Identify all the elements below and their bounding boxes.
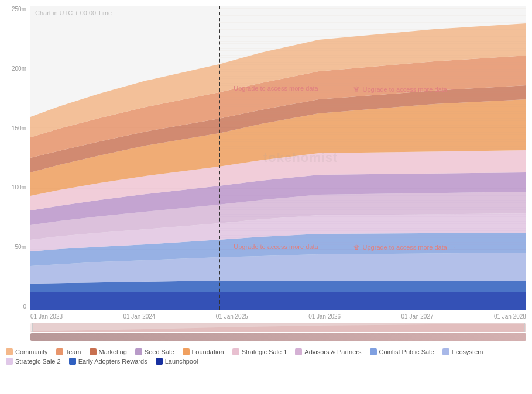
legend-item: Strategic Sale 1 xyxy=(232,348,287,355)
y-axis: 250m 200m 150m 100m 50m 0 xyxy=(6,6,29,310)
x-label-2028: 01 Jan 2028 xyxy=(494,313,526,320)
legend-item: Community xyxy=(6,348,48,355)
legend-item: Launchpool xyxy=(156,358,198,365)
legend-label: Marketing xyxy=(99,348,127,355)
minimap-track[interactable] xyxy=(30,323,526,332)
y-label-100: 100m xyxy=(12,184,26,191)
legend-color xyxy=(6,348,13,355)
legend-item: Team xyxy=(56,348,81,355)
legend-label: Coinlist Public Sale xyxy=(379,348,434,355)
svg-rect-2 xyxy=(219,6,526,152)
x-label-2024: 01 Jan 2024 xyxy=(123,313,155,320)
chart-container: 250m 200m 150m 100m 50m 0 xyxy=(0,0,532,394)
y-label-150: 150m xyxy=(12,125,26,132)
legend-item: Coinlist Public Sale xyxy=(370,348,434,355)
legend: CommunityTeamMarketingSeed SaleFoundatio… xyxy=(6,348,526,365)
legend-item: Seed Sale xyxy=(135,348,174,355)
legend-label: Team xyxy=(66,348,81,355)
x-label-2023: 01 Jan 2023 xyxy=(30,313,63,320)
chart-subtitle: Chart in UTC + 00:00 Time xyxy=(35,9,112,16)
legend-item: Advisors & Partners xyxy=(295,348,361,355)
x-label-2025: 01 Jan 2025 xyxy=(216,313,248,320)
legend-color xyxy=(442,348,449,355)
this-month-line: This Month xyxy=(219,6,220,310)
legend-label: Early Adopters Rewards xyxy=(78,358,147,365)
minimap-scrollbar[interactable] xyxy=(30,333,526,341)
y-label-200: 200m xyxy=(12,65,26,72)
legend-color xyxy=(6,358,13,365)
x-axis: 01 Jan 2023 01 Jan 2024 01 Jan 2025 01 J… xyxy=(30,311,526,322)
legend-item: Ecosystem xyxy=(442,348,483,355)
legend-color xyxy=(183,348,190,355)
legend-color xyxy=(156,358,163,365)
legend-label: Foundation xyxy=(192,348,224,355)
legend-color xyxy=(90,348,97,355)
legend-color xyxy=(232,348,239,355)
x-label-2026: 01 Jan 2026 xyxy=(308,313,341,320)
minimap-thumb[interactable] xyxy=(32,323,525,332)
legend-label: Advisors & Partners xyxy=(304,348,361,355)
legend-color xyxy=(135,348,142,355)
minimap[interactable] xyxy=(30,323,526,347)
y-label-0: 0 xyxy=(23,303,26,310)
legend-color xyxy=(69,358,76,365)
legend-label: Launchpool xyxy=(165,358,198,365)
y-label-50: 50m xyxy=(15,244,26,250)
legend-item: Strategic Sale 2 xyxy=(6,358,61,365)
legend-item: Early Adopters Rewards xyxy=(69,358,147,365)
y-label-250: 250m xyxy=(12,6,26,12)
chart-area: 250m 200m 150m 100m 50m 0 xyxy=(6,6,526,322)
svg-rect-3 xyxy=(219,193,526,251)
chart-svg xyxy=(30,6,526,310)
legend-label: Strategic Sale 1 xyxy=(242,348,287,355)
legend-item: Marketing xyxy=(90,348,127,355)
legend-item: Foundation xyxy=(183,348,224,355)
legend-label: Strategic Sale 2 xyxy=(15,358,61,365)
legend-color xyxy=(56,348,63,355)
legend-color xyxy=(370,348,377,355)
chart-plot: This Month Chart in UTC + 00:00 Time tok… xyxy=(30,6,526,310)
x-label-2027: 01 Jan 2027 xyxy=(401,313,434,320)
legend-color xyxy=(295,348,302,355)
legend-label: Community xyxy=(15,348,48,355)
legend-label: Seed Sale xyxy=(145,348,174,355)
legend-label: Ecosystem xyxy=(452,348,483,355)
